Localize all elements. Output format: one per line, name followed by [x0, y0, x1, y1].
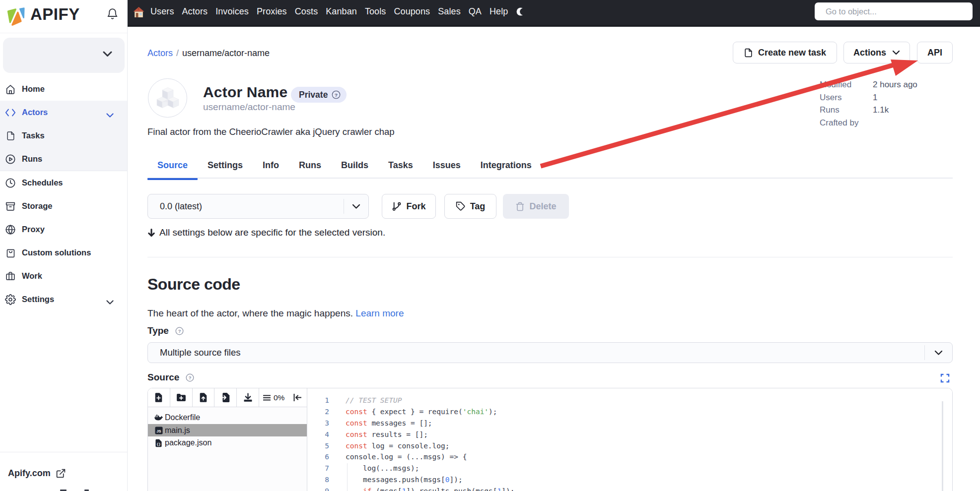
source-label: Source ? [147, 372, 194, 383]
line-content: if (msgs[1]) results.push(msgs[1]); [346, 486, 515, 491]
topnav-item-proxies[interactable]: Proxies [257, 0, 287, 24]
bag-icon [5, 247, 16, 258]
sidebar-link-apify-com[interactable]: Apify.com [8, 468, 66, 479]
help-circle-icon[interactable]: ? [175, 327, 184, 335]
file-plus-button[interactable] [148, 388, 170, 407]
tab-runs[interactable]: Runs [289, 157, 331, 178]
cubes-icon [155, 85, 180, 111]
json-file-icon: {} [154, 439, 163, 447]
house-emoji-icon[interactable] [133, 6, 145, 18]
sidebar-item-label: Proxy [22, 225, 45, 234]
topnav-item-actors[interactable]: Actors [182, 0, 208, 24]
docker-file-icon [154, 413, 163, 422]
editor-scrollbar[interactable] [942, 401, 943, 491]
create-new-task-button[interactable]: Create new task [733, 42, 837, 63]
file-row-dockerfile[interactable]: Dockerfile [148, 411, 307, 424]
topnav-item-coupons[interactable]: Coupons [394, 0, 430, 24]
arrow-down-icon [147, 228, 155, 238]
tag-button[interactable]: Tag [444, 194, 496, 219]
play-circle-icon [5, 154, 16, 165]
tab-tasks[interactable]: Tasks [378, 157, 423, 178]
type-select-caret [924, 345, 952, 360]
line-content: const messages = []; [346, 418, 432, 429]
line-content: const results = []; [346, 429, 428, 440]
version-select-caret [344, 199, 368, 214]
file-row-package-json[interactable]: {}package.json [148, 436, 307, 449]
svg-text:?: ? [189, 375, 192, 380]
topnav-item-sales[interactable]: Sales [438, 0, 461, 24]
line-content: const log = console.log; [346, 440, 450, 452]
breadcrumb-actors-link[interactable]: Actors [147, 48, 173, 58]
sidebar-item-work[interactable]: Work [0, 264, 127, 288]
download-button[interactable] [237, 388, 259, 407]
collapse-left-icon[interactable] [293, 394, 302, 401]
tag-label: Tag [470, 201, 486, 212]
clock-icon [5, 178, 16, 188]
actions-label: Actions [853, 48, 886, 58]
sidebar-item-home[interactable]: Home [0, 77, 127, 101]
type-label: Type ? [147, 325, 184, 336]
topnav-item-costs[interactable]: Costs [295, 0, 318, 24]
line-content: // TEST SETUP [346, 395, 402, 406]
topnav-item-help[interactable]: Help [490, 0, 508, 24]
svg-text:?: ? [178, 328, 181, 333]
help-circle-icon[interactable]: ? [186, 373, 194, 382]
tab-settings[interactable]: Settings [198, 157, 253, 178]
meta-row-crafted-by: Crafted by [820, 117, 917, 129]
sidebar-item-storage[interactable]: Storage [0, 194, 127, 218]
tab-integrations[interactable]: Integrations [471, 157, 542, 178]
tab-builds[interactable]: Builds [331, 157, 378, 178]
fullscreen-expand-icon[interactable] [940, 373, 950, 383]
actor-tabs: SourceSettingsInfoRunsBuildsTasksIssuesI… [147, 157, 953, 179]
fork-button[interactable]: Fork [382, 194, 436, 219]
topnav-item-qa[interactable]: QA [469, 0, 482, 24]
archive-icon [5, 201, 16, 212]
sidebar-item-actors[interactable]: Actors [0, 101, 127, 124]
topnav-item-kanban[interactable]: Kanban [326, 0, 357, 24]
actions-dropdown-button[interactable]: Actions [843, 42, 910, 63]
brand-wordmark[interactable]: APIFY [30, 5, 80, 24]
sidebar-item-settings[interactable]: Settings [0, 288, 127, 311]
sidebar-item-custom-solutions[interactable]: Custom solutions [0, 241, 127, 264]
file-import-button[interactable] [214, 388, 237, 407]
chevron-down-icon [106, 110, 114, 120]
sidebar-nav: HomeActorsTasksRunsSchedulesStorageProxy… [0, 77, 127, 311]
version-select[interactable]: 0.0 (latest) [147, 194, 369, 219]
actor-avatar [148, 78, 187, 118]
topnav-menu: UsersActorsInvoicesProxiesCostsKanbanToo… [150, 1, 508, 24]
file-row-main-js[interactable]: JSmain.js [148, 424, 307, 437]
sidebar-item-runs[interactable]: Runs [0, 147, 127, 171]
apify-console-page: APIFY HomeActorsTasksRunsSchedulesStorag… [0, 0, 980, 491]
delete-button[interactable]: Delete [503, 194, 569, 219]
file-upload-button[interactable] [193, 388, 215, 407]
sidebar-item-tasks[interactable]: Tasks [0, 124, 127, 147]
tab-source[interactable]: Source [147, 157, 198, 178]
sidebar-item-proxy[interactable]: Proxy [0, 218, 127, 241]
tab-issues[interactable]: Issues [423, 157, 471, 178]
notifications-bell-icon[interactable] [107, 8, 118, 20]
topnav-item-invoices[interactable]: Invoices [215, 0, 249, 24]
code-line-3: 3const messages = []; [308, 418, 952, 429]
meta-row-users: Users1 [820, 91, 917, 104]
code-editor[interactable]: 1// TEST SETUP2const { expect } = requir… [308, 388, 952, 491]
sidebar-item-label: Actors [22, 108, 48, 117]
dark-mode-moon-icon[interactable] [516, 6, 526, 17]
learn-more-link[interactable]: Learn more [355, 308, 404, 318]
apify-logo-icon[interactable] [4, 3, 27, 26]
tab-info[interactable]: Info [253, 157, 289, 178]
code-icon [5, 107, 16, 118]
sidebar-item-label: Schedules [22, 178, 63, 187]
api-button[interactable]: API [917, 42, 953, 63]
go-to-object-input[interactable] [815, 2, 973, 20]
code-line-8: 8 messages.push(msgs[0]); [308, 474, 952, 486]
topnav-item-users[interactable]: Users [150, 0, 174, 24]
sidebar-item-schedules[interactable]: Schedules [0, 171, 127, 194]
help-circle-icon[interactable]: ? [332, 90, 341, 99]
account-switcher[interactable] [3, 38, 125, 73]
line-content: const { expect } = require('chai'); [346, 406, 497, 418]
private-badge: Private ? [291, 87, 347, 103]
folder-plus-button[interactable] [170, 388, 193, 407]
topnav-item-tools[interactable]: Tools [365, 0, 386, 24]
type-select[interactable]: Multiple source files [147, 342, 953, 363]
list-icon[interactable] [263, 395, 271, 401]
